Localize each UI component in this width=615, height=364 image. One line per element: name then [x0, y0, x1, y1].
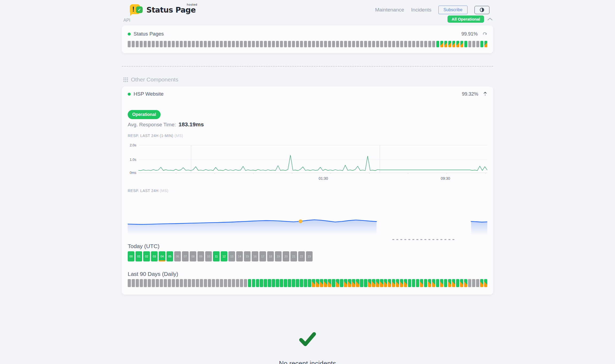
uptime-bar-na[interactable] [236, 279, 239, 287]
uptime-bar-deg[interactable] [356, 279, 359, 287]
uptime-bar-up[interactable] [252, 279, 255, 287]
hour-block-11[interactable]: 11 [213, 251, 220, 261]
uptime-bar-na[interactable] [384, 41, 387, 47]
uptime-bar-deg[interactable] [316, 279, 319, 287]
hour-block-05[interactable]: 05 [166, 251, 173, 261]
uptime-bar-deg[interactable] [312, 279, 315, 287]
uptime-bar-na[interactable] [192, 41, 195, 47]
uptime-bar-up[interactable] [456, 279, 459, 287]
uptime-bar-deg[interactable] [380, 279, 383, 287]
uptime-bar-na[interactable] [224, 41, 227, 47]
uptime-bar-deg[interactable] [320, 279, 323, 287]
uptime-bar-deg[interactable] [448, 41, 451, 47]
uptime-bar-deg[interactable] [368, 279, 371, 287]
uptime-bar-na[interactable] [144, 41, 147, 47]
uptime-bar-na[interactable] [468, 279, 471, 287]
uptime-bar-na[interactable] [140, 279, 143, 287]
uptime-bar-na[interactable] [208, 279, 211, 287]
nav-incidents[interactable]: Incidents [411, 7, 431, 13]
uptime-bar-na[interactable] [164, 279, 167, 287]
hour-block-06[interactable]: 06 [174, 251, 181, 261]
uptime-bar-na[interactable] [328, 41, 331, 47]
uptime-bar-deg[interactable] [388, 279, 391, 287]
uptime-bar-up[interactable] [264, 279, 267, 287]
uptime-bar-na[interactable] [172, 279, 175, 287]
uptime-bar-na[interactable] [172, 41, 175, 47]
uptime-bar-na[interactable] [176, 41, 179, 47]
uptime-bar-na[interactable] [164, 41, 167, 47]
uptime-bar-deg[interactable] [396, 279, 399, 287]
uptime-bar-na[interactable] [472, 279, 475, 287]
uptime-bar-up[interactable] [436, 41, 439, 47]
uptime-bar-na[interactable] [208, 41, 211, 47]
uptime-bar-na[interactable] [404, 41, 407, 47]
uptime-bar-na[interactable] [204, 279, 207, 287]
uptime-bar-na[interactable] [376, 41, 379, 47]
uptime-bar-na[interactable] [228, 41, 231, 47]
uptime-bar-deg[interactable] [344, 279, 347, 287]
uptime-bar-up[interactable] [304, 279, 307, 287]
uptime-bar-deg[interactable] [484, 41, 487, 47]
uptime-bar-na[interactable] [212, 41, 215, 47]
uptime-bar-na[interactable] [364, 41, 367, 47]
uptime-bar-deg[interactable] [444, 41, 447, 47]
uptime-bar-na[interactable] [324, 41, 327, 47]
hour-block-19[interactable]: 19 [275, 251, 282, 261]
hour-block-21[interactable]: 21 [290, 251, 297, 261]
uptime-bar-deg[interactable] [328, 279, 331, 287]
uptime-bar-na[interactable] [168, 41, 171, 47]
uptime-bar-na[interactable] [220, 41, 223, 47]
uptime-bar-deg[interactable] [404, 279, 407, 287]
uptime-bar-na[interactable] [180, 41, 183, 47]
hour-block-10[interactable]: 10 [205, 251, 212, 261]
uptime-bar-na[interactable] [232, 279, 235, 287]
uptime-bar-up[interactable] [364, 279, 367, 287]
uptime-bar-up[interactable] [424, 279, 427, 287]
uptime-bar-na[interactable] [476, 279, 479, 287]
uptime-bar-na[interactable] [288, 41, 291, 47]
hour-block-09[interactable]: 09 [197, 251, 204, 261]
uptime-bar-na[interactable] [412, 41, 415, 47]
hour-block-22[interactable]: 22 [298, 251, 305, 261]
uptime-bar-deg[interactable] [460, 279, 463, 287]
uptime-bar-deg[interactable] [400, 279, 403, 287]
uptime-bar-na[interactable] [264, 41, 267, 47]
hour-block-08[interactable]: 08 [190, 251, 196, 261]
uptime-bar-deg[interactable] [352, 279, 355, 287]
uptime-bar-na[interactable] [468, 41, 471, 47]
uptime-bar-na[interactable] [336, 41, 339, 47]
uptime-bar-up[interactable] [280, 279, 283, 287]
uptime-bar-na[interactable] [148, 41, 151, 47]
uptime-bar-na[interactable] [300, 41, 303, 47]
uptime-bar-na[interactable] [216, 41, 219, 47]
uptime-bar-na[interactable] [296, 41, 299, 47]
uptime-bar-deg[interactable] [420, 279, 423, 287]
uptime-bar-na[interactable] [340, 41, 343, 47]
uptime-bar-na[interactable] [352, 41, 355, 47]
uptime-bar-na[interactable] [432, 41, 435, 47]
uptime-bar-na[interactable] [140, 41, 143, 47]
uptime-bar-na[interactable] [308, 41, 311, 47]
uptime-bar-na[interactable] [160, 41, 163, 47]
uptime-bar-na[interactable] [236, 41, 239, 47]
uptime-bar-na[interactable] [196, 279, 199, 287]
uptime-bar-na[interactable] [132, 41, 135, 47]
uptime-bar-deg[interactable] [440, 279, 443, 287]
uptime-bar-na[interactable] [240, 279, 243, 287]
uptime-bar-up[interactable] [248, 279, 251, 287]
uptime-bar-deg[interactable] [432, 279, 435, 287]
uptime-bar-up[interactable] [436, 279, 439, 287]
scroll-top-button[interactable] [483, 92, 487, 97]
uptime-bar-na[interactable] [372, 41, 375, 47]
uptime-bar-na[interactable] [388, 41, 391, 47]
hour-block-04[interactable]: 04 [159, 251, 165, 261]
uptime-bar-na[interactable] [284, 41, 287, 47]
uptime-bar-na[interactable] [196, 41, 199, 47]
uptime-bar-na[interactable] [200, 41, 203, 47]
uptime-bar-up[interactable] [412, 279, 415, 287]
uptime-bar-deg[interactable] [464, 279, 467, 287]
uptime-bar-na[interactable] [276, 41, 279, 47]
uptime-bar-na[interactable] [176, 279, 179, 287]
uptime-bar-deg[interactable] [452, 41, 455, 47]
uptime-bar-deg[interactable] [484, 279, 487, 287]
